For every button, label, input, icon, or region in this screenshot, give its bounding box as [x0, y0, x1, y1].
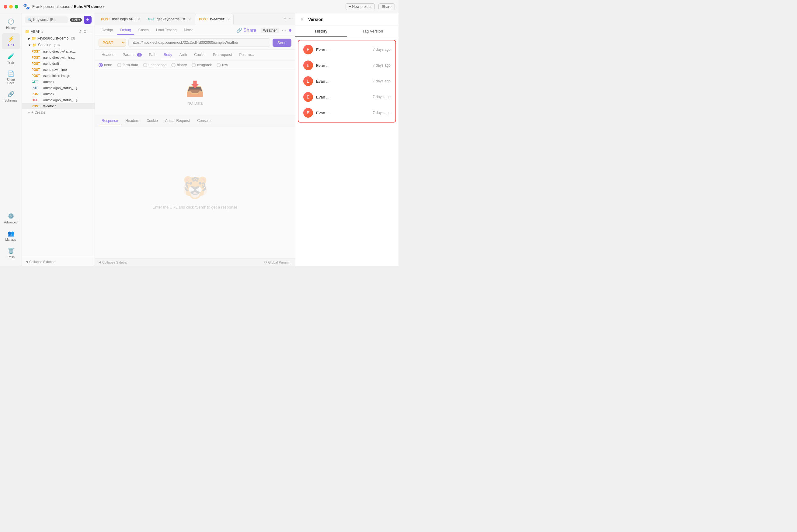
- close-tab-icon[interactable]: ×: [227, 17, 230, 22]
- resp-tab-cookie[interactable]: Cookie: [143, 117, 161, 125]
- history-item-4[interactable]: E Evan ... 7 days ago: [300, 89, 394, 105]
- tab-user-login[interactable]: POST user login API ×: [97, 14, 144, 25]
- sub-tab-design[interactable]: Design: [98, 26, 116, 35]
- history-item-5[interactable]: E Evan ... 7 days ago: [300, 105, 394, 121]
- resp-tab-console[interactable]: Console: [194, 117, 214, 125]
- sidebar-item-apis[interactable]: ⚡ APIs: [2, 33, 20, 49]
- sidebar-item-trash[interactable]: 🗑️ Trash: [2, 245, 20, 261]
- method-select[interactable]: POST GET PUT DELETE: [98, 39, 126, 47]
- history-item-3[interactable]: E Evan ... 7 days ago: [300, 73, 394, 89]
- no-data-icon: 📥: [186, 80, 204, 97]
- api-item-get-outbox[interactable]: GET /outbox: [22, 79, 95, 85]
- req-tab-headers[interactable]: Headers: [98, 51, 118, 59]
- folder-label: Sending: [38, 43, 51, 47]
- share-link[interactable]: 🔗 Share: [236, 27, 256, 33]
- refresh-icon[interactable]: ↺: [78, 30, 81, 34]
- body-msgpack[interactable]: msgpack: [192, 63, 212, 67]
- new-project-button[interactable]: + New project: [346, 3, 375, 10]
- api-item-put-outbox[interactable]: PUT /outbox/{job_status_...}: [22, 85, 95, 91]
- send-button[interactable]: Send: [273, 39, 292, 47]
- tab-name: get keyboardsList: [157, 17, 185, 21]
- settings-icon[interactable]: ⚙: [84, 30, 87, 34]
- share-button[interactable]: Share: [378, 3, 395, 10]
- req-tab-body[interactable]: Body: [161, 51, 175, 59]
- req-tab-post-re[interactable]: Post-re...: [236, 51, 257, 59]
- add-tab-icon[interactable]: +: [283, 16, 287, 22]
- api-item-send-raw-mime[interactable]: POST /send raw mime: [22, 66, 95, 73]
- close-button[interactable]: [4, 5, 7, 8]
- api-item-send-direct-attach[interactable]: POST /send direct w/ attac...: [22, 48, 95, 54]
- filter-badge[interactable]: ● All ▾: [70, 18, 82, 22]
- all-apis-label: All APIs: [31, 30, 43, 34]
- api-item-del-outbox[interactable]: DEL /outbox/{job_status_...}: [22, 97, 95, 103]
- sidebar-item-manage[interactable]: 👥 Manage: [2, 228, 20, 244]
- sub-tab-load-testing[interactable]: Load Testing: [153, 26, 180, 35]
- sidebar-item-advanced[interactable]: ⚙️ Advanced: [2, 210, 20, 227]
- add-api-button[interactable]: +: [84, 16, 92, 24]
- all-apis-header[interactable]: 📁 All APIs ↺ ⚙ ···: [22, 28, 95, 35]
- search-input[interactable]: [33, 18, 66, 22]
- create-item[interactable]: + + Create: [22, 109, 95, 116]
- avatar-1: E: [303, 45, 313, 54]
- sidebar-item-history[interactable]: 🕐 History: [2, 16, 20, 32]
- icon-sidebar: 🕐 History ⚡ APIs 🧪 Tests 📄 Share Docs 🔗 …: [0, 13, 22, 266]
- sub-tab-cases[interactable]: Cases: [135, 26, 152, 35]
- api-item-send-inline-image[interactable]: POST /send inline image: [22, 73, 95, 79]
- body-binary[interactable]: binary: [171, 63, 187, 67]
- sub-tab-debug[interactable]: Debug: [117, 26, 134, 35]
- api-item-post-outbox[interactable]: POST /outbox: [22, 91, 95, 97]
- req-tab-cookie[interactable]: Cookie: [191, 51, 208, 59]
- resp-tab-response[interactable]: Response: [98, 117, 121, 125]
- history-user-1: Evan ...: [316, 48, 330, 52]
- more-icon[interactable]: ⋯: [282, 27, 286, 33]
- sidebar-item-tests[interactable]: 🧪 Tests: [2, 51, 20, 66]
- history-item-1[interactable]: E Evan ... 7 days ago: [300, 42, 394, 57]
- method-badge: POST: [32, 62, 41, 65]
- panel-tab-tag-version[interactable]: Tag Version: [347, 26, 399, 37]
- minimize-button[interactable]: [9, 5, 13, 8]
- collapse-sidebar-button[interactable]: ◀ Collapse Sidebar: [98, 260, 128, 264]
- api-item-send-direct-tra[interactable]: POST /send direct with tra...: [22, 54, 95, 60]
- sub-tab-mock[interactable]: Mock: [181, 26, 196, 35]
- global-params-button[interactable]: ⚙ Global Param...: [264, 260, 292, 264]
- search-box[interactable]: 🔍: [25, 16, 68, 23]
- resp-tab-actual-request[interactable]: Actual Request: [162, 117, 193, 125]
- chevron-down-icon[interactable]: ▾: [103, 4, 105, 9]
- tab-get-keyboards[interactable]: GET get keyboardsList ×: [144, 14, 194, 25]
- close-tab-icon[interactable]: ×: [137, 17, 140, 22]
- api-sidebar-header: 🔍 ● All ▾ +: [22, 13, 95, 26]
- body-form-data[interactable]: form-data: [117, 63, 138, 67]
- req-tab-pre-request[interactable]: Pre-request: [210, 51, 235, 59]
- req-tab-auth[interactable]: Auth: [177, 51, 190, 59]
- schemas-icon: 🔗: [7, 91, 14, 98]
- history-row-3: Evan ... 7 days ago: [316, 79, 391, 83]
- history-item-2[interactable]: E Evan ... 7 days ago: [300, 57, 394, 73]
- url-input[interactable]: [128, 38, 270, 47]
- body-none-label: none: [104, 63, 112, 67]
- traffic-lights: [4, 5, 18, 8]
- body-raw[interactable]: raw: [217, 63, 228, 67]
- sidebar-item-share-docs[interactable]: 📄 Share Docs: [2, 68, 20, 87]
- close-tab-icon[interactable]: ×: [188, 17, 191, 22]
- tab-weather[interactable]: POST Weather ×: [195, 14, 234, 25]
- sidebar-bottom[interactable]: ◀ Collapse Sidebar: [22, 257, 95, 266]
- body-none[interactable]: none: [98, 63, 112, 67]
- panel-tab-history[interactable]: History: [295, 26, 347, 37]
- req-tab-path[interactable]: Path: [146, 51, 160, 59]
- api-item-weather[interactable]: POST Weather: [22, 103, 95, 109]
- sidebar-item-schemas[interactable]: 🔗 Schemas: [2, 89, 20, 104]
- app-logo-icon: 🐾: [23, 3, 30, 10]
- maximize-button[interactable]: [15, 5, 18, 8]
- resp-tab-headers[interactable]: Headers: [122, 117, 142, 125]
- share-label: Share: [243, 28, 256, 33]
- more-icon[interactable]: ···: [89, 30, 92, 34]
- req-tab-params[interactable]: Params 1: [119, 51, 145, 59]
- folder-sending[interactable]: ▼ 📁 Sending (10): [22, 42, 95, 48]
- method-badge: POST: [32, 50, 41, 53]
- more-tabs-icon[interactable]: ···: [289, 16, 293, 22]
- panel-close-button[interactable]: ✕: [300, 17, 304, 22]
- api-item-send-draft[interactable]: POST /send draft: [22, 60, 95, 66]
- folder-keyboardlist-demo[interactable]: ▶ 📁 keyboardList-demo (3): [22, 35, 95, 42]
- panel-title: Version: [308, 17, 324, 22]
- body-urlencoded[interactable]: urlencoded: [143, 63, 166, 67]
